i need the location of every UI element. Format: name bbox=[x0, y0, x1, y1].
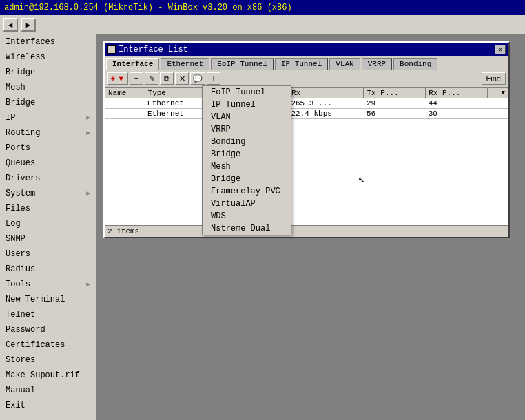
sidebar-item-queues[interactable]: Queues bbox=[0, 156, 96, 171]
dropdown-item-bonding[interactable]: Bonding bbox=[203, 136, 291, 148]
cell-name bbox=[105, 109, 145, 119]
sidebar-item-drivers[interactable]: Drivers bbox=[0, 171, 96, 186]
table-row[interactable]: Ethernet 427.5 ... 22.4 kbps 56 30 bbox=[105, 109, 508, 119]
interface-table: Name Type Tx Rx Tx P... Rx P... ▼ Ethern… bbox=[105, 87, 508, 119]
tab-interface[interactable]: Interface bbox=[106, 58, 159, 70]
window-title-text: Interface List bbox=[119, 45, 188, 54]
sidebar-item-password[interactable]: Password bbox=[0, 322, 96, 337]
dropdown-item-nstreme-dual[interactable]: Nstreme Dual bbox=[203, 222, 291, 235]
sidebar-item-log[interactable]: Log bbox=[0, 216, 96, 231]
remove-button[interactable]: − bbox=[130, 72, 143, 85]
sidebar-item-bridge[interactable]: Bridge bbox=[0, 65, 96, 80]
dropdown-item-wds[interactable]: WDS bbox=[203, 210, 291, 222]
col-txp[interactable]: Tx P... bbox=[364, 88, 426, 98]
disable-button[interactable]: ✕ bbox=[175, 72, 189, 85]
col-rxp[interactable]: Rx P... bbox=[426, 88, 488, 98]
title-bar: admin@192.168.0.254 (MikroTik) - WinBox … bbox=[0, 0, 525, 15]
dropdown-item-vlan[interactable]: VLAN bbox=[203, 111, 291, 123]
sidebar-item-bridge2[interactable]: Bridge bbox=[0, 95, 96, 110]
sidebar-item-exit[interactable]: Exit bbox=[0, 398, 96, 413]
sidebar-item-tools[interactable]: Tools► bbox=[0, 277, 96, 292]
sidebar-label: Drivers bbox=[6, 174, 40, 183]
sidebar-label: Exit bbox=[6, 401, 25, 410]
dropdown-item-mesh[interactable]: Mesh bbox=[203, 160, 291, 173]
sidebar-label: Mesh bbox=[6, 83, 25, 92]
comment-button[interactable]: 💬 bbox=[190, 72, 205, 85]
submenu-arrow: ► bbox=[86, 129, 90, 137]
sidebar-item-ip[interactable]: IP► bbox=[0, 110, 96, 125]
cell-extra bbox=[488, 98, 508, 109]
sidebar-item-snmp[interactable]: SNMP bbox=[0, 231, 96, 246]
col-extra[interactable]: ▼ bbox=[488, 88, 508, 98]
close-button[interactable]: ✕ bbox=[495, 45, 506, 54]
cell-name bbox=[105, 98, 145, 109]
sidebar-item-users[interactable]: Users bbox=[0, 246, 96, 262]
sidebar-item-new-terminal[interactable]: New Terminal bbox=[0, 292, 96, 307]
sidebar-label: Manual bbox=[6, 386, 35, 395]
sidebar-label: System bbox=[6, 189, 35, 198]
col-name[interactable]: Name bbox=[105, 88, 145, 98]
sidebar-label: Files bbox=[6, 204, 30, 213]
content-area: Interface List ✕ InterfaceEthernetEoIP T… bbox=[96, 34, 525, 420]
sidebar-item-routing[interactable]: Routing► bbox=[0, 125, 96, 140]
edit-button[interactable]: ✎ bbox=[145, 72, 158, 85]
sidebar-item-wireless[interactable]: Wireless bbox=[0, 50, 96, 65]
main-layout: InterfacesWirelessBridgeMeshBridgeIP►Rou… bbox=[0, 34, 525, 420]
sidebar-label: Certificates bbox=[6, 340, 65, 350]
sidebar-item-radius[interactable]: Radius bbox=[0, 262, 96, 277]
sidebar-item-mesh[interactable]: Mesh bbox=[0, 80, 96, 95]
sidebar-label: Bridge bbox=[6, 67, 35, 77]
tab-eoip-tunnel[interactable]: EoIP Tunnel bbox=[211, 58, 274, 70]
sidebar-item-manual[interactable]: Manual bbox=[0, 383, 96, 398]
sidebar-item-certificates[interactable]: Certificates bbox=[0, 337, 96, 353]
add-button[interactable]: + ▼ bbox=[107, 72, 128, 85]
app-toolbar: ◄ ► bbox=[0, 15, 525, 34]
dropdown-item-eoip-tunnel[interactable]: EoIP Tunnel bbox=[203, 86, 291, 98]
sidebar-item-system[interactable]: System► bbox=[0, 186, 96, 201]
cell-extra bbox=[488, 109, 508, 119]
table-row[interactable]: Ethernet 41.0 kbps 265.3 ... 29 44 bbox=[105, 98, 508, 109]
sidebar-item-files[interactable]: Files bbox=[0, 201, 96, 216]
sidebar-label: Radius bbox=[6, 264, 35, 274]
sidebar-label: Password bbox=[6, 325, 45, 335]
tab-vlan[interactable]: VLAN bbox=[329, 58, 360, 70]
sidebar-label: Users bbox=[6, 249, 30, 259]
dropdown-item-bridge[interactable]: Bridge bbox=[203, 148, 291, 160]
window-icon bbox=[107, 45, 116, 54]
status-bar: 2 items bbox=[105, 225, 508, 237]
table-header-row: Name Type Tx Rx Tx P... Rx P... ▼ bbox=[105, 88, 508, 98]
sidebar-label: Bridge bbox=[6, 98, 35, 107]
dropdown-item-ip-tunnel[interactable]: IP Tunnel bbox=[203, 98, 291, 111]
forward-button[interactable]: ► bbox=[21, 18, 36, 32]
filter-button[interactable]: T bbox=[207, 72, 220, 85]
tab-ip-tunnel[interactable]: IP Tunnel bbox=[275, 58, 328, 70]
tab-bonding[interactable]: Bonding bbox=[393, 58, 438, 70]
dropdown-item-vrrp[interactable]: VRRP bbox=[203, 123, 291, 136]
find-button[interactable]: Find bbox=[482, 72, 506, 85]
col-rx[interactable]: Rx bbox=[288, 88, 364, 98]
sidebar-item-telnet[interactable]: Telnet bbox=[0, 307, 96, 322]
window-toolbar: + ▼ − ✎ ⧉ ✕ 💬 T Find bbox=[105, 70, 508, 87]
sidebar-item-make-supout[interactable]: Make Supout.rif bbox=[0, 368, 96, 383]
sidebar-item-ports[interactable]: Ports bbox=[0, 140, 96, 156]
title-text: admin@192.168.0.254 (MikroTik) - WinBox … bbox=[4, 3, 292, 12]
sidebar-label: IP bbox=[6, 113, 15, 123]
tab-vrrp[interactable]: VRRP bbox=[362, 58, 392, 70]
sidebar-item-stores[interactable]: Stores bbox=[0, 353, 96, 368]
cell-rx: 22.4 kbps bbox=[288, 109, 364, 119]
cell-rx: 265.3 ... bbox=[288, 98, 364, 109]
sidebar-label: New Terminal bbox=[6, 295, 65, 304]
submenu-arrow: ► bbox=[86, 114, 90, 122]
back-button[interactable]: ◄ bbox=[3, 18, 18, 32]
dropdown-item-bridge[interactable]: Bridge bbox=[203, 173, 291, 185]
tab-ethernet[interactable]: Ethernet bbox=[161, 58, 209, 70]
dropdown-item-framerelay-pvc[interactable]: Framerelay PVC bbox=[203, 185, 291, 198]
table-scroll[interactable]: Name Type Tx Rx Tx P... Rx P... ▼ Ethern… bbox=[105, 87, 508, 225]
dropdown-item-virtualap[interactable]: VirtualAP bbox=[203, 198, 291, 210]
cell-rxp: 30 bbox=[426, 109, 488, 119]
copy-button[interactable]: ⧉ bbox=[160, 72, 174, 85]
sidebar-item-interfaces[interactable]: Interfaces bbox=[0, 34, 96, 50]
sidebar-label: Stores bbox=[6, 355, 35, 365]
add-dropdown-menu: EoIP TunnelIP TunnelVLANVRRPBondingBridg… bbox=[202, 85, 291, 235]
interface-list-window: Interface List ✕ InterfaceEthernetEoIP T… bbox=[103, 41, 510, 238]
